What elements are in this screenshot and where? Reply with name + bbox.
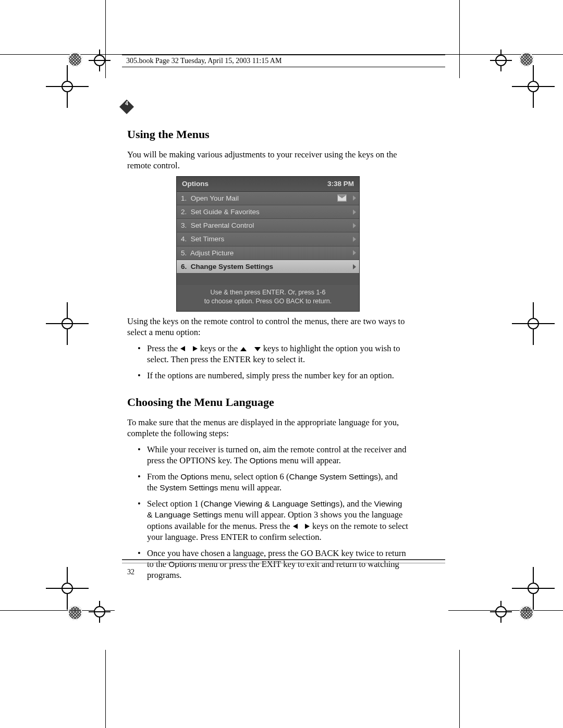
menu-title: Options — [182, 179, 209, 188]
menu-time: 3:38 PM — [327, 179, 354, 188]
print-header-text: 305.book Page 32 Tuesday, April 15, 2003… — [126, 57, 282, 65]
up-arrow-icon — [240, 347, 247, 352]
registration-cross-icon — [528, 583, 539, 594]
list-item: From the Options menu, select option 6 (… — [138, 471, 409, 493]
registration-cross-icon — [62, 318, 73, 329]
right-arrow-icon — [304, 523, 310, 529]
paragraph: To make sure that the menus are displaye… — [127, 417, 409, 439]
chevron-right-icon — [353, 250, 356, 255]
list-item: Once you have chosen a language, press t… — [138, 548, 409, 581]
list-item: While your receiver is turned on, aim th… — [138, 444, 409, 466]
section-heading: Choosing the Menu Language — [127, 395, 409, 410]
menu-item: 5. Adjust Picture — [177, 246, 359, 260]
list-item: If the options are numbered, simply pres… — [138, 370, 409, 381]
menu-item: 4. Set Timers — [177, 232, 359, 246]
menu-item: 2. Set Guide & Favorites — [177, 205, 359, 219]
registration-cross-icon — [528, 318, 539, 329]
menu-hint: Use & then press ENTER. Or, press 1-6 to… — [177, 285, 359, 311]
paragraph: Using the keys on the remote control to … — [127, 316, 409, 338]
menu-item: 1. Open Your Mail — [177, 192, 359, 205]
registration-cross-icon — [62, 583, 73, 594]
registration-cross-icon — [94, 55, 105, 66]
svg-marker-3 — [240, 347, 247, 351]
registration-hatched-icon — [519, 606, 534, 620]
registration-hatched-icon — [68, 52, 82, 67]
registration-cross-icon — [528, 81, 539, 92]
svg-marker-6 — [305, 524, 310, 529]
menu-item-selected: 6. Change System Settings — [177, 260, 359, 274]
list-item: Press the keys or the keys to highlight … — [138, 343, 409, 365]
left-arrow-icon — [180, 346, 186, 352]
list-item: Select option 1 (Change Viewing & Langua… — [138, 498, 409, 542]
paragraph: You will be making various adjustments t… — [127, 149, 409, 171]
svg-marker-5 — [293, 524, 298, 529]
menu-item: 3. Set Parental Control — [177, 219, 359, 232]
chevron-right-icon — [353, 237, 356, 242]
registration-hatched-icon — [519, 52, 534, 67]
section-heading: Using the Menus — [127, 127, 409, 142]
svg-marker-4 — [254, 347, 261, 351]
registration-cross-icon — [62, 81, 73, 92]
page-number: 32 — [127, 568, 134, 576]
registration-cross-icon — [495, 606, 507, 618]
chapter-badge: 4 — [119, 99, 134, 115]
registration-hatched-icon — [68, 606, 82, 620]
svg-marker-2 — [193, 346, 198, 351]
footer-rule — [122, 563, 445, 563]
right-arrow-icon — [192, 346, 198, 352]
down-arrow-icon — [254, 347, 261, 352]
registration-cross-icon — [495, 55, 507, 66]
print-header: 305.book Page 32 Tuesday, April 15, 2003… — [122, 55, 445, 67]
page-content: Using the Menus You will be making vario… — [127, 127, 409, 586]
chapter-number: 4 — [119, 101, 134, 106]
svg-marker-1 — [180, 346, 185, 351]
chevron-right-icon — [353, 264, 356, 269]
chevron-right-icon — [353, 209, 356, 215]
registration-cross-icon — [94, 606, 105, 618]
mail-icon — [337, 195, 347, 202]
footer-rule — [122, 559, 445, 560]
chevron-right-icon — [353, 223, 356, 228]
options-menu-screenshot: Options 3:38 PM 1. Open Your Mail 2. Set… — [176, 176, 360, 312]
left-arrow-icon — [292, 523, 298, 529]
chevron-right-icon — [353, 195, 356, 201]
